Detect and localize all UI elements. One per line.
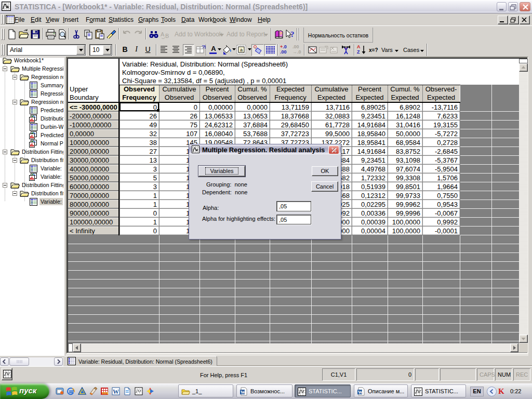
svg-text:xtra: xtra bbox=[102, 391, 109, 395]
svg-text:W: W bbox=[241, 390, 245, 395]
svg-text:W: W bbox=[358, 390, 363, 395]
svg-text:B: B bbox=[165, 33, 169, 39]
svg-text:A: A bbox=[161, 31, 165, 37]
svg-text:a: a bbox=[240, 47, 243, 52]
svg-text:?: ? bbox=[280, 31, 283, 36]
svg-text:?: ? bbox=[290, 30, 295, 38]
svg-text:W: W bbox=[113, 388, 119, 395]
